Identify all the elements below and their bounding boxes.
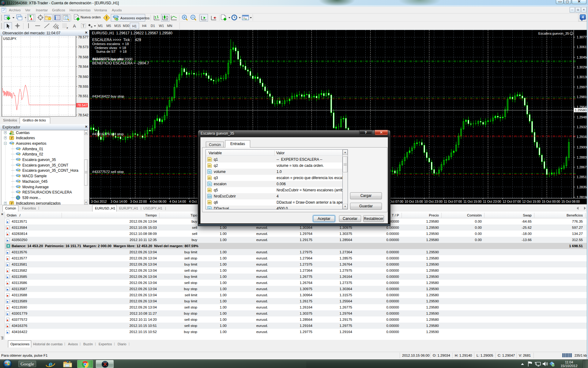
svg-text:1.29485: 1.29485: [577, 115, 588, 119]
svg-text:ab: ab: [208, 189, 211, 192]
svg-text:A: A: [73, 23, 76, 29]
svg-text:3 Oct 14:00: 3 Oct 14:00: [111, 200, 127, 203]
svg-text:1.29325: 1.29325: [577, 125, 588, 129]
svg-text:ESCALERA >>>> Tick : 429: ESCALERA >>>> Tick : 429: [92, 38, 141, 42]
svg-text:ab: ab: [208, 177, 211, 179]
svg-text:78.555: 78.555: [78, 85, 89, 88]
svg-text:78.560: 78.560: [78, 75, 89, 79]
svg-text:11 Oct 23:00: 11 Oct 23:00: [483, 200, 501, 203]
svg-text:4 Oct 14:00: 4 Oct 14:00: [169, 200, 186, 203]
svg-text:78.547: 78.547: [77, 103, 88, 107]
svg-text:ab: ab: [208, 158, 211, 161]
svg-text:Ordenes escalera = 18: Ordenes escalera = 18: [92, 42, 129, 46]
svg-text:#43416376 sell stop: #43416376 sell stop: [92, 132, 124, 136]
svg-text:78.573: 78.573: [78, 45, 89, 49]
svg-text:½: ½: [209, 183, 211, 186]
svg-text:1.29810: 1.29810: [577, 95, 588, 99]
svg-text:Suma de ST = 18: Suma de ST = 18: [96, 50, 126, 53]
svg-text:3 Oct 22:00: 3 Oct 22:00: [130, 200, 147, 203]
svg-text:Ordenes vivas = 18: Ordenes vivas = 18: [95, 46, 126, 50]
svg-text:78.564: 78.564: [78, 65, 89, 68]
svg-text:½: ½: [209, 171, 211, 173]
svg-text:USDJPY.: USDJPY.: [3, 37, 17, 40]
svg-text:15 Oct 00:00: 15 Oct 00:00: [542, 200, 560, 203]
svg-text:1.29970: 1.29970: [577, 85, 588, 89]
svg-text:Escalera guevon_35: Escalera guevon_35: [538, 32, 569, 35]
svg-text:10 Oct 23:00: 10 Oct 23:00: [424, 200, 443, 203]
svg-text:1.30775: 1.30775: [577, 35, 588, 39]
svg-text:12 Oct 15:00: 12 Oct 15:00: [522, 200, 541, 203]
svg-text:ab: ab: [208, 201, 211, 204]
svg-text:1.30450: 1.30450: [577, 56, 588, 59]
svg-text:1.29000: 1.29000: [577, 145, 588, 149]
svg-text:T: T: [82, 24, 85, 28]
svg-text:EURUSD.,H1 1.29617 1.29622 1.: EURUSD.,H1 1.29617 1.29622 1.29567 1.295…: [92, 31, 172, 35]
svg-text:BENEFICIO ESCALERA = -2804.7: BENEFICIO ESCALERA = -2804.7: [92, 61, 149, 65]
svg-text:1.28190: 1.28190: [577, 195, 588, 199]
svg-text:E: E: [57, 27, 59, 29]
svg-text:ab: ab: [208, 164, 211, 167]
svg-text:1.28355: 1.28355: [577, 185, 588, 189]
svg-text:1.30615: 1.30615: [577, 45, 588, 49]
svg-text:78.551: 78.551: [78, 94, 89, 98]
svg-text:1.28835: 1.28835: [577, 155, 588, 159]
svg-text:1.29580: 1.29580: [575, 108, 586, 112]
svg-text:#43377572 sell stop: #43377572 sell stop: [92, 170, 124, 174]
svg-text:123: 123: [208, 195, 211, 197]
svg-text:78.568: 78.568: [78, 55, 89, 59]
svg-text:#43416422 buy stop: #43416422 buy stop: [92, 94, 124, 98]
svg-text:1.30290: 1.30290: [577, 65, 588, 69]
svg-text:11 Oct 15:00: 11 Oct 15:00: [463, 200, 482, 203]
svg-text:½: ½: [209, 207, 211, 209]
svg-text:15 Oct 08:00: 15 Oct 08:00: [561, 200, 580, 203]
svg-text:3 Oct 2012: 3 Oct 2012: [91, 200, 107, 203]
svg-text:4 Oct 06:00: 4 Oct 06:00: [150, 200, 166, 203]
svg-text:F: F: [67, 27, 68, 29]
svg-text:Beneficio esperado 2000: Beneficio esperado 2000: [92, 57, 132, 61]
svg-text:1.28515: 1.28515: [577, 175, 588, 179]
svg-text:1.29165: 1.29165: [577, 135, 588, 139]
svg-text:10 Oct 15:00: 10 Oct 15:00: [405, 200, 423, 203]
svg-text:1.28675: 1.28675: [577, 165, 588, 169]
svg-text:1.30130: 1.30130: [577, 75, 588, 79]
svg-text:11 Oct 07:00: 11 Oct 07:00: [444, 200, 462, 203]
svg-text:12 Oct 07:00: 12 Oct 07:00: [503, 200, 521, 203]
svg-text:!: !: [106, 15, 107, 20]
svg-text:78.542: 78.542: [78, 113, 89, 117]
